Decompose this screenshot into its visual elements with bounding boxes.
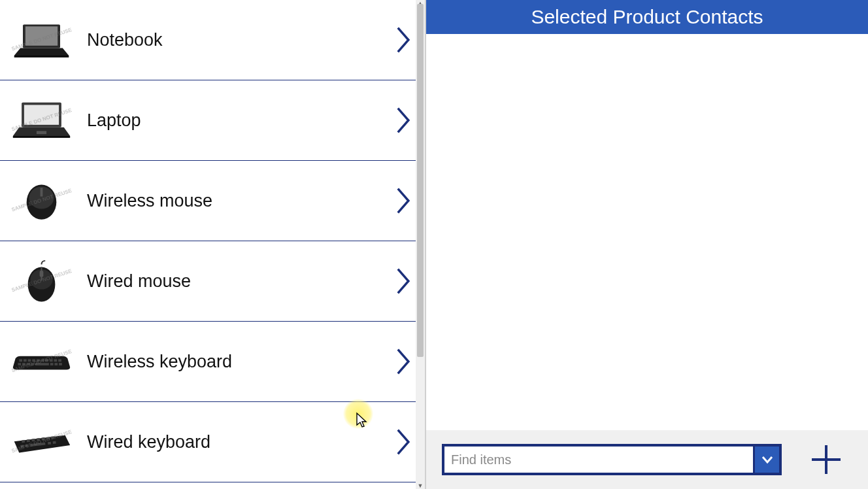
scroll-down-icon[interactable]: ▼ [416,481,425,489]
svg-rect-19 [32,359,35,362]
product-item-wired-keyboard[interactable]: SAMPLE DO NOT REUSE Wired keyboard [0,402,425,482]
svg-rect-35 [22,440,25,443]
add-button[interactable] [808,441,844,478]
product-label: Wired keyboard [73,432,395,452]
product-item-wireless-keyboard[interactable]: SAMPLE DO NOT REUSE Wireless keyboard [0,322,425,402]
find-items-dropdown-button[interactable] [753,447,779,473]
product-item-wired-mouse[interactable]: SAMPLE DO NOT REUSE Wired mouse [0,241,425,322]
contacts-content [426,34,868,430]
product-thumb-wireless-keyboard: SAMPLE DO NOT REUSE [10,335,73,388]
svg-rect-43 [25,444,29,447]
svg-rect-7 [13,136,70,138]
product-item-wireless-mouse[interactable]: SAMPLE DO NOT REUSE Wireless mouse [0,161,425,241]
svg-rect-29 [31,363,34,365]
contacts-footer [426,430,868,489]
svg-rect-27 [22,363,25,365]
svg-rect-16 [19,359,22,362]
plus-icon [809,443,843,477]
product-thumb-wired-keyboard: SAMPLE DO NOT REUSE [10,416,73,468]
svg-rect-5 [24,105,59,124]
svg-rect-36 [27,439,30,442]
chevron-right-icon [395,427,413,457]
svg-rect-41 [52,436,55,439]
svg-rect-25 [58,359,61,362]
svg-rect-15 [40,271,44,277]
chevron-right-icon [395,105,413,135]
svg-rect-17 [24,359,27,362]
product-item-laptop[interactable]: SAMPLE DO NOT REUSE Laptop [0,80,425,161]
svg-rect-3 [14,56,69,58]
product-thumb-laptop: SAMPLE DO NOT REUSE [10,94,73,146]
product-label: Laptop [73,110,395,131]
svg-rect-26 [18,363,21,365]
product-list: SAMPLE DO NOT REUSE Notebook [0,0,425,489]
svg-rect-40 [46,437,50,439]
svg-rect-23 [50,359,53,362]
product-list-panel: SAMPLE DO NOT REUSE Notebook [0,0,426,489]
svg-rect-37 [31,439,35,441]
contacts-header-title: Selected Product Contacts [531,6,763,28]
svg-rect-45 [48,442,51,445]
product-thumb-wired-mouse: SAMPLE DO NOT REUSE [10,255,73,307]
product-label: Notebook [73,30,395,50]
svg-rect-33 [59,363,62,365]
svg-rect-11 [41,188,43,196]
svg-rect-32 [54,363,58,365]
svg-rect-30 [35,363,49,365]
svg-rect-21 [41,359,44,362]
product-thumb-wireless-mouse: SAMPLE DO NOT REUSE [10,175,73,227]
svg-marker-2 [14,48,69,55]
svg-rect-20 [37,359,40,362]
chevron-right-icon [395,186,413,216]
svg-rect-46 [53,441,56,444]
contacts-header: Selected Product Contacts [426,0,868,34]
product-label: Wireless mouse [73,191,395,211]
svg-rect-28 [27,363,30,365]
product-thumb-notebook: SAMPLE DO NOT REUSE [10,14,73,66]
svg-rect-24 [54,359,58,362]
chevron-right-icon [395,25,413,55]
left-scrollbar[interactable]: ▲ ▼ [416,0,425,489]
svg-rect-8 [37,131,46,134]
product-label: Wired mouse [73,271,395,292]
chevron-right-icon [395,346,413,377]
svg-rect-18 [28,359,31,362]
scrollbar-thumb[interactable] [417,4,424,357]
svg-rect-31 [50,363,54,365]
find-items-input[interactable] [444,447,753,473]
contacts-panel: Selected Product Contacts [426,0,868,489]
product-label: Wireless keyboard [73,352,395,372]
svg-rect-39 [42,437,45,440]
svg-rect-22 [45,359,48,362]
chevron-right-icon [395,266,413,296]
app-root: SAMPLE DO NOT REUSE Notebook [0,0,868,489]
product-item-notebook[interactable]: SAMPLE DO NOT REUSE Notebook [0,0,425,80]
find-items-combobox[interactable] [442,444,782,475]
svg-rect-38 [37,438,40,441]
chevron-down-icon [761,455,774,464]
svg-rect-42 [20,445,24,447]
svg-rect-1 [25,26,58,45]
